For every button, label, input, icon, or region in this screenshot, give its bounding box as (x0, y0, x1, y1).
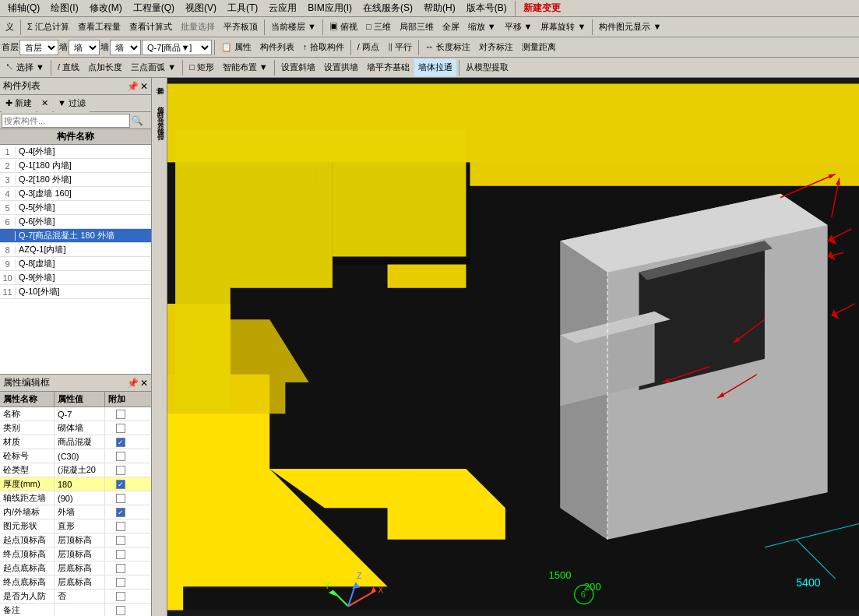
btn-select[interactable]: ↖ 选择 ▼ (2, 59, 48, 76)
btn-pick-component[interactable]: ↑ 拾取构件 (299, 39, 348, 56)
btn-calc-total[interactable]: Σ 汇总计算 (23, 19, 73, 36)
pe-value-cell[interactable]: Q-7 (55, 407, 105, 421)
pe-value-cell[interactable]: 砌体墙 (55, 421, 105, 435)
component-row[interactable]: 4Q-3[虚墙 160] (0, 187, 151, 201)
menu-version[interactable]: 版本号(B) (462, 0, 512, 16)
menu-help[interactable]: 帮助(H) (419, 0, 460, 16)
pe-value-cell[interactable] (55, 604, 105, 616)
btn-zoom[interactable]: 缩放 ▼ (464, 19, 500, 36)
btn-three-arc[interactable]: 三点面弧 ▼ (127, 59, 180, 76)
pe-extra-cell[interactable] (105, 491, 136, 505)
pe-value-cell[interactable]: 外墙 (55, 505, 105, 519)
component-row[interactable]: 2Q-1[180 内墙] (0, 159, 151, 173)
btn-rotate[interactable]: 屏幕旋转 ▼ (537, 19, 590, 36)
wall-select2[interactable]: 墙 (110, 40, 141, 55)
pe-close-icon[interactable]: ✕ (140, 378, 148, 389)
btn-wall-through[interactable]: 墙体拉通 (414, 59, 456, 76)
pe-value-cell[interactable]: 层顶标高 (55, 547, 105, 561)
btn-set-slope[interactable]: 设置斜墙 (277, 59, 319, 76)
pe-value-cell[interactable]: (90) (55, 491, 105, 505)
pe-value-cell[interactable]: 直形 (55, 519, 105, 533)
pe-extra-cell[interactable] (105, 533, 136, 547)
component-row[interactable]: 3Q-2[180 外墙] (0, 173, 151, 187)
wall-select1[interactable]: 墙 (69, 40, 100, 55)
pe-extra-cell[interactable] (105, 463, 136, 477)
menu-drawing[interactable]: 绘图(I) (46, 0, 83, 16)
btn-trim[interactable]: 修剪 (153, 98, 167, 103)
btn-align-mark[interactable]: 对齐标注 (475, 39, 517, 56)
btn-pan[interactable]: 平移 ▼ (501, 19, 537, 36)
pe-checkbox[interactable] (116, 466, 125, 475)
menu-bim[interactable]: BIM应用(I) (303, 0, 357, 16)
btn-extend[interactable]: 延伸 (153, 79, 167, 84)
btn-view-quantity[interactable]: 查看工程量 (74, 19, 125, 36)
btn-component-display[interactable]: 构件图元显示 ▼ (595, 19, 665, 36)
btn-non[interactable]: 非 (156, 85, 163, 98)
menu-cloud[interactable]: 云应用 (264, 0, 301, 16)
component-row[interactable]: 5Q-5[外墙] (0, 201, 151, 215)
pe-value-cell[interactable]: 层底标高 (55, 561, 105, 575)
pe-extra-cell[interactable]: ✓ (105, 505, 136, 519)
btn-new-component[interactable]: ✚ 新建 (2, 95, 36, 112)
component-row[interactable]: 9Q-8[虚墙] (0, 257, 151, 271)
btn-view-formula[interactable]: 查看计算式 (125, 19, 176, 36)
pe-checkbox[interactable]: ✓ (116, 480, 125, 489)
btn-fullscreen[interactable]: 全屏 (438, 19, 463, 36)
pe-extra-cell[interactable]: ✓ (105, 435, 136, 449)
pe-checkbox[interactable] (116, 564, 125, 573)
btn-line[interactable]: / 直线 (54, 59, 83, 76)
btn-current-floor[interactable]: 当前楼层 ▼ (267, 19, 320, 36)
btn-property[interactable]: 📋 属性 (217, 39, 255, 56)
btn-length-mark[interactable]: ↔ 长度标注 (421, 39, 474, 56)
pe-checkbox[interactable] (116, 522, 125, 531)
btn-align[interactable]: 对齐 (153, 114, 167, 119)
menu-quantity[interactable]: 工程量(Q) (128, 0, 179, 16)
floor-select[interactable]: 首层 (19, 40, 58, 55)
btn-merge[interactable]: 合并 (153, 109, 167, 114)
btn-batch-select[interactable]: 批量选择 (177, 19, 219, 36)
component-row[interactable]: 6Q-6[外墙] (0, 215, 151, 229)
pe-checkbox[interactable] (116, 424, 125, 433)
pe-checkbox[interactable] (116, 536, 125, 545)
btn-set-arch[interactable]: 设置拱墙 (320, 59, 362, 76)
pe-checkbox[interactable] (116, 578, 125, 587)
pe-value-cell[interactable]: 否 (55, 590, 105, 603)
btn-smart-place[interactable]: 智能布置 ▼ (219, 59, 272, 76)
pe-extra-cell[interactable] (105, 449, 136, 463)
search-input[interactable] (2, 114, 130, 128)
btn-measure-distance[interactable]: 测量距离 (518, 39, 560, 56)
pe-checkbox[interactable]: ✓ (116, 508, 125, 517)
btn-point-length[interactable]: 点加长度 (84, 59, 126, 76)
pe-value-cell[interactable]: 180 (55, 477, 105, 491)
component-row[interactable]: 11Q-10[外墙] (0, 285, 151, 299)
close-icon[interactable]: ✕ (140, 81, 148, 92)
btn-offset[interactable]: 偏移 (153, 120, 167, 125)
btn-top-view[interactable]: ▣ 俯视 (326, 19, 361, 36)
canvas-area[interactable]: 1500 200 5400 6 X Y Z (167, 78, 859, 616)
pe-checkbox[interactable]: ✓ (116, 438, 125, 447)
pe-value-cell[interactable]: 层顶标高 (55, 533, 105, 547)
component-row[interactable]: 1Q-4[外墙] (0, 145, 151, 159)
btn-wall-align-base[interactable]: 墙平齐基础 (363, 59, 414, 76)
pe-extra-cell[interactable]: ✓ (105, 477, 136, 491)
btn-parallel[interactable]: ‖ 平行 (384, 39, 416, 56)
btn-local-3d[interactable]: 局部三维 (396, 19, 438, 36)
btn-align-slab[interactable]: 平齐板顶 (220, 19, 262, 36)
pe-checkbox[interactable] (116, 494, 125, 503)
menu-online[interactable]: 在线服务(S) (358, 0, 417, 16)
btn-delete-component[interactable]: ✕ (37, 95, 52, 112)
pe-checkbox[interactable] (116, 592, 125, 601)
menu-new-change[interactable]: 新建变更 (519, 0, 565, 16)
pe-extra-cell[interactable] (105, 547, 136, 561)
pe-value-cell[interactable]: (混凝土20 (55, 463, 105, 477)
component-row[interactable]: 10Q-9[外墙] (0, 271, 151, 285)
pe-checkbox[interactable] (116, 606, 125, 615)
pe-extra-cell[interactable] (105, 407, 136, 421)
pe-value-cell[interactable]: 商品混凝 (55, 435, 105, 449)
pe-checkbox[interactable] (116, 410, 125, 419)
btn-two-point[interactable]: / 两点 (354, 39, 383, 56)
btn-definition[interactable]: 义 (2, 19, 18, 36)
pe-extra-cell[interactable] (105, 519, 136, 533)
pe-extra-cell[interactable] (105, 590, 136, 603)
pe-checkbox[interactable] (116, 452, 125, 461)
